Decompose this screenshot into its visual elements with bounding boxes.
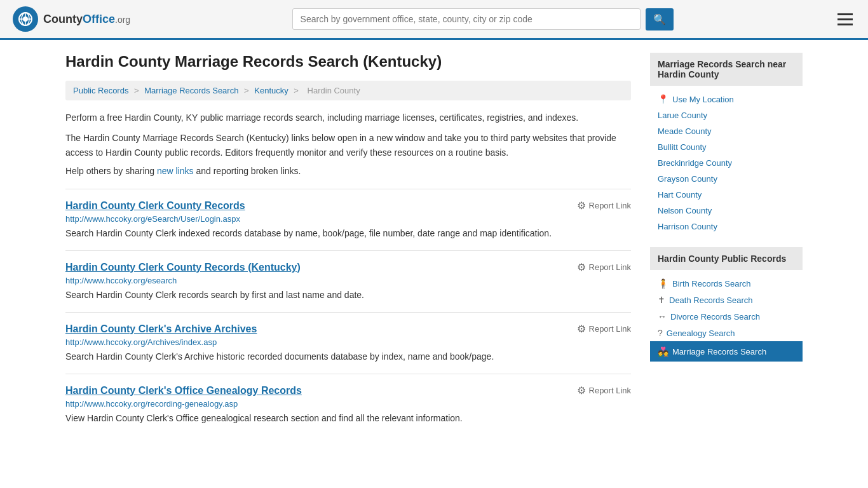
nearby-county-link[interactable]: Meade County <box>650 123 803 139</box>
nearby-county-link[interactable]: Harrison County <box>650 219 803 234</box>
site-header: CountyOffice.org 🔍 <box>0 0 868 40</box>
nearby-county-link[interactable]: Nelson County <box>650 203 803 219</box>
public-record-link[interactable]: ↔Divorce Records Search <box>650 308 803 325</box>
breadcrumb: Public Records > Marriage Records Search… <box>65 81 631 100</box>
public-records-links: 🧍Birth Records Search✝Death Records Sear… <box>650 275 803 362</box>
sidebar: Marriage Records Search near Hardin Coun… <box>650 53 803 435</box>
result-desc: Search Hardin County Clerk's Archive his… <box>65 350 631 363</box>
result-url[interactable]: http://www.hccoky.org/recording-genealog… <box>65 399 631 409</box>
report-label: Report Link <box>589 262 631 272</box>
result-desc: Search Hardin County Clerk indexed recor… <box>65 227 631 240</box>
nearby-counties: Larue CountyMeade CountyBullitt CountyBr… <box>650 107 803 234</box>
result-header: Hardin County Clerk's Office Genealogy R… <box>65 384 631 396</box>
report-label: Report Link <box>589 386 631 395</box>
main-container: Hardin County Marriage Records Search (K… <box>53 40 815 448</box>
public-record-icon: ↔ <box>658 311 667 322</box>
public-record-label: Marriage Records Search <box>672 347 766 356</box>
public-record-link[interactable]: ?Genealogy Search <box>650 325 803 341</box>
public-record-link[interactable]: 💑Marriage Records Search <box>650 341 803 362</box>
nearby-county-link[interactable]: Bullitt County <box>650 139 803 155</box>
menu-icon-line3 <box>837 24 853 25</box>
result-header: Hardin County Clerk's Archive Archives ⚙… <box>65 323 631 335</box>
result-url[interactable]: http://www.hccoky.org/eSearch/User/Login… <box>65 214 631 224</box>
result-title[interactable]: Hardin County Clerk's Office Genealogy R… <box>65 385 302 396</box>
report-icon: ⚙ <box>577 200 586 212</box>
report-link[interactable]: ⚙ Report Link <box>577 323 631 335</box>
result-title[interactable]: Hardin County Clerk's Archive Archives <box>65 323 257 335</box>
search-input[interactable] <box>292 8 641 30</box>
result-item: Hardin County Clerk's Office Genealogy R… <box>65 374 631 435</box>
public-record-label: Divorce Records Search <box>670 312 760 322</box>
result-item: Hardin County Clerk County Records (Kent… <box>65 250 631 312</box>
result-desc: Search Hardin County Clerk records searc… <box>65 288 631 302</box>
breadcrumb-sep2: > <box>244 86 251 95</box>
nearby-county-link[interactable]: Grayson County <box>650 171 803 187</box>
result-url[interactable]: http://www.hccoky.org/esearch <box>65 276 631 285</box>
help-text-start: Help others by sharing <box>65 166 157 176</box>
nearby-county-link[interactable]: Breckinridge County <box>650 155 803 171</box>
page-title: Hardin County Marriage Records Search (K… <box>65 53 631 71</box>
public-record-label: Death Records Search <box>669 295 753 305</box>
breadcrumb-hardin: Hardin County <box>308 86 360 95</box>
public-record-label: Birth Records Search <box>672 279 751 288</box>
search-button[interactable]: 🔍 <box>646 8 674 30</box>
nearby-county-link[interactable]: Hart County <box>650 187 803 203</box>
result-header: Hardin County Clerk County Records (Kent… <box>65 261 631 273</box>
report-icon: ⚙ <box>577 323 586 335</box>
public-record-label: Genealogy Search <box>667 329 735 338</box>
intro-paragraph-1: Perform a free Hardin County, KY public … <box>65 111 631 125</box>
report-label: Report Link <box>589 201 631 210</box>
content-area: Hardin County Marriage Records Search (K… <box>65 53 631 435</box>
use-location-label: Use My Location <box>672 95 734 104</box>
new-links-link[interactable]: new links <box>157 166 194 176</box>
search-area: 🔍 <box>292 8 674 30</box>
public-record-link[interactable]: 🧍Birth Records Search <box>650 275 803 292</box>
report-link[interactable]: ⚙ Report Link <box>577 200 631 212</box>
result-desc: View Hardin County Clerk's Office geneal… <box>65 412 631 425</box>
report-label: Report Link <box>589 324 631 334</box>
public-record-icon: 🧍 <box>658 278 668 288</box>
logo-area: CountyOffice.org <box>13 6 130 32</box>
result-item: Hardin County Clerk's Archive Archives ⚙… <box>65 312 631 374</box>
location-icon: 📍 <box>658 94 668 104</box>
menu-icon-line1 <box>837 13 853 15</box>
breadcrumb-sep3: > <box>294 86 301 95</box>
result-header: Hardin County Clerk County Records ⚙ Rep… <box>65 200 631 212</box>
breadcrumb-sep1: > <box>134 86 141 95</box>
breadcrumb-kentucky[interactable]: Kentucky <box>254 86 288 95</box>
menu-icon-line2 <box>837 18 853 20</box>
help-text-end: and reporting broken links. <box>194 166 301 176</box>
report-link[interactable]: ⚙ Report Link <box>577 261 631 273</box>
search-icon: 🔍 <box>653 14 666 25</box>
nearby-section: Marriage Records Search near Hardin Coun… <box>650 53 803 234</box>
menu-button[interactable] <box>835 11 855 28</box>
result-item: Hardin County Clerk County Records ⚙ Rep… <box>65 189 631 250</box>
public-record-icon: ? <box>658 328 663 338</box>
result-title[interactable]: Hardin County Clerk County Records <box>65 200 245 212</box>
help-paragraph: Help others by sharing new links and rep… <box>65 166 631 176</box>
nearby-header: Marriage Records Search near Hardin Coun… <box>650 53 803 86</box>
use-location-link[interactable]: 📍 Use My Location <box>650 91 803 107</box>
result-url[interactable]: http://www.hccoky.org/Archives/index.asp <box>65 337 631 347</box>
intro-paragraph-2: The Hardin County Marriage Records Searc… <box>65 131 631 159</box>
public-record-icon: 💑 <box>658 346 668 356</box>
breadcrumb-public-records[interactable]: Public Records <box>73 86 128 95</box>
logo-icon <box>13 6 38 32</box>
report-icon: ⚙ <box>577 384 586 396</box>
public-record-icon: ✝ <box>658 295 665 305</box>
public-records-section: Hardin County Public Records 🧍Birth Reco… <box>650 247 803 362</box>
public-record-link[interactable]: ✝Death Records Search <box>650 292 803 308</box>
nearby-county-link[interactable]: Larue County <box>650 107 803 123</box>
public-records-header: Hardin County Public Records <box>650 247 803 270</box>
report-icon: ⚙ <box>577 261 586 273</box>
logo-text: CountyOffice.org <box>43 13 130 26</box>
report-link[interactable]: ⚙ Report Link <box>577 384 631 396</box>
results-container: Hardin County Clerk County Records ⚙ Rep… <box>65 189 631 435</box>
breadcrumb-marriage-records[interactable]: Marriage Records Search <box>144 86 238 95</box>
result-title[interactable]: Hardin County Clerk County Records (Kent… <box>65 262 301 273</box>
